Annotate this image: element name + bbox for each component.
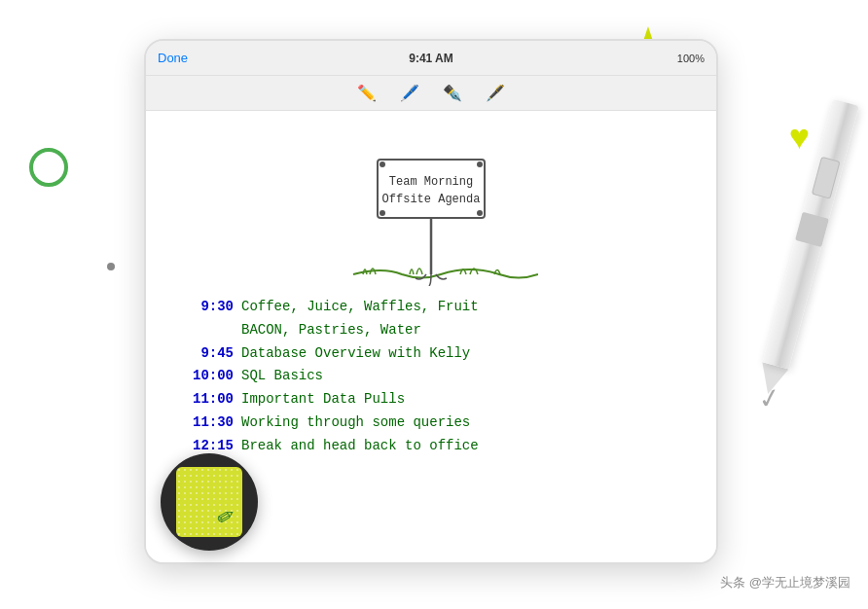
agenda-time-3: 10:00 (185, 365, 234, 388)
pencil-body (762, 99, 859, 370)
pencil-side-button (812, 157, 841, 199)
svg-point-3 (477, 161, 483, 167)
pencil-tool-4[interactable]: 🖋️ (486, 84, 505, 102)
agenda-time-1: 9:30 (185, 296, 234, 319)
sign-post-svg: Team Morning Offsite Agenda (324, 130, 538, 286)
agenda-text-1: Coffee, Juice, Waffles, Fruit (241, 296, 479, 319)
app-icon-circle[interactable]: ✏ (161, 453, 258, 551)
heart-decoration: ♥ (789, 117, 810, 158)
agenda-time-4: 11:00 (185, 388, 234, 412)
svg-text:Offsite Agenda: Offsite Agenda (382, 193, 481, 206)
svg-point-2 (380, 161, 385, 167)
svg-rect-1 (378, 160, 485, 218)
agenda-item-3: 10:00 SQL Basics (185, 365, 687, 388)
agenda-time-5: 11:30 (185, 412, 234, 435)
app-icon-pen: ✏ (212, 501, 240, 532)
agenda-item-5: 11:30 Working through some queries (185, 412, 687, 435)
agenda-indent-1: BACON, Pastries, Water (185, 319, 687, 342)
agenda-text-6: Break and head back to office (241, 435, 479, 458)
ipad-status-bar: Done 9:41 AM 100% (146, 41, 716, 76)
agenda-list: 9:30 Coffee, Juice, Waffles, Fruit BACON… (175, 296, 687, 458)
ipad-toolbar: ✏️ 🖊️ ✒️ 🖋️ (146, 76, 716, 111)
svg-text:Team Morning: Team Morning (389, 175, 473, 189)
app-icon-inner: ✏ (176, 467, 242, 537)
ipad-time: 9:41 AM (409, 52, 453, 65)
agenda-item-1: 9:30 Coffee, Juice, Waffles, Fruit (185, 296, 687, 319)
pencil-tool-2[interactable]: 🖊️ (400, 84, 419, 102)
small-dot-decoration (107, 263, 115, 270)
pencil-tool-3[interactable]: ✒️ (443, 84, 462, 102)
agenda-text-4: Important Data Pulls (241, 388, 405, 412)
done-button[interactable]: Done (158, 51, 188, 65)
pencil-grip (795, 212, 829, 247)
agenda-time-2: 9:45 (185, 342, 234, 366)
agenda-text-2: Database Overview with Kelly (241, 342, 470, 366)
green-circle-decoration (29, 148, 68, 187)
agenda-text-3: SQL Basics (241, 365, 323, 388)
ipad-battery: 100% (677, 53, 705, 64)
agenda-text-5: Working through some queries (241, 412, 470, 435)
agenda-item-2: 9:45 Database Overview with Kelly (185, 342, 687, 366)
pencil-tool-1[interactable]: ✏️ (357, 84, 377, 102)
svg-point-5 (477, 210, 483, 216)
agenda-item-6: 12:15 Break and head back to office (185, 435, 687, 458)
svg-point-4 (380, 210, 385, 216)
watermark: 头条 @学无止境梦溪园 (720, 574, 850, 591)
agenda-item-4: 11:00 Important Data Pulls (185, 388, 687, 412)
sign-post-area: Team Morning Offsite Agenda (175, 130, 687, 286)
